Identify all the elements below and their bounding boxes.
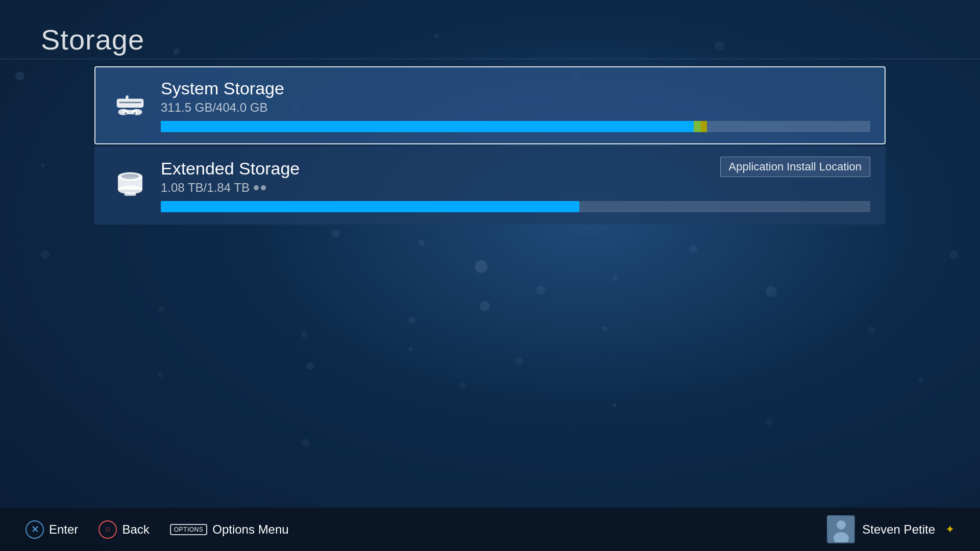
extended-storage-size: 1.08 TB/1.84 TB bbox=[161, 181, 870, 195]
storage-list: System Storage 311.5 GB/404.0 GB bbox=[94, 66, 886, 227]
system-storage-size: 311.5 GB/404.0 GB bbox=[161, 101, 870, 115]
system-storage-name: System Storage bbox=[161, 79, 870, 98]
enter-control: ✕ Enter bbox=[26, 520, 78, 539]
system-storage-info: System Storage 311.5 GB/404.0 GB bbox=[161, 79, 870, 132]
extended-storage-item[interactable]: Extended Storage 1.08 TB/1.84 TB Applica… bbox=[94, 146, 886, 224]
options-label: Options Menu bbox=[212, 522, 288, 537]
system-storage-bar bbox=[161, 121, 870, 132]
title-divider bbox=[0, 59, 980, 59]
user-name: Steven Petite bbox=[862, 522, 935, 537]
system-storage-icon-area bbox=[110, 91, 151, 119]
system-storage-item[interactable]: System Storage 311.5 GB/404.0 GB bbox=[94, 66, 886, 144]
options-control: OPTIONS Options Menu bbox=[170, 522, 289, 537]
svg-rect-0 bbox=[119, 102, 141, 104]
svg-point-4 bbox=[125, 112, 127, 115]
ps4-console-icon bbox=[112, 91, 148, 119]
user-area: Steven Petite ✦ bbox=[827, 515, 954, 543]
enter-label: Enter bbox=[49, 522, 78, 537]
extended-storage-bar-fill bbox=[161, 201, 579, 212]
x-button[interactable]: ✕ bbox=[26, 520, 44, 539]
svg-point-5 bbox=[133, 112, 136, 115]
extended-storage-dots bbox=[254, 185, 266, 190]
svg-point-10 bbox=[121, 174, 139, 179]
bottom-controls: ✕ Enter ○ Back OPTIONS Options Menu bbox=[26, 520, 827, 539]
system-storage-bar-fill bbox=[161, 121, 707, 132]
avatar bbox=[827, 515, 855, 543]
page-title: Storage bbox=[41, 23, 144, 56]
circle-button[interactable]: ○ bbox=[99, 520, 117, 539]
bottom-bar: ✕ Enter ○ Back OPTIONS Options Menu Stev… bbox=[0, 508, 980, 551]
app-install-location-badge: Application Install Location bbox=[720, 157, 871, 177]
extended-storage-icon-area bbox=[110, 169, 151, 202]
system-storage-segment-green bbox=[694, 121, 701, 132]
extended-storage-bar bbox=[161, 201, 870, 212]
back-label: Back bbox=[122, 522, 149, 537]
back-control: ○ Back bbox=[99, 520, 149, 539]
svg-rect-9 bbox=[125, 192, 136, 196]
ps-plus-icon: ✦ bbox=[945, 523, 954, 536]
system-storage-segment-olive bbox=[701, 121, 707, 132]
svg-point-12 bbox=[837, 520, 846, 530]
options-button[interactable]: OPTIONS bbox=[170, 524, 208, 535]
hdd-icon bbox=[115, 169, 145, 202]
